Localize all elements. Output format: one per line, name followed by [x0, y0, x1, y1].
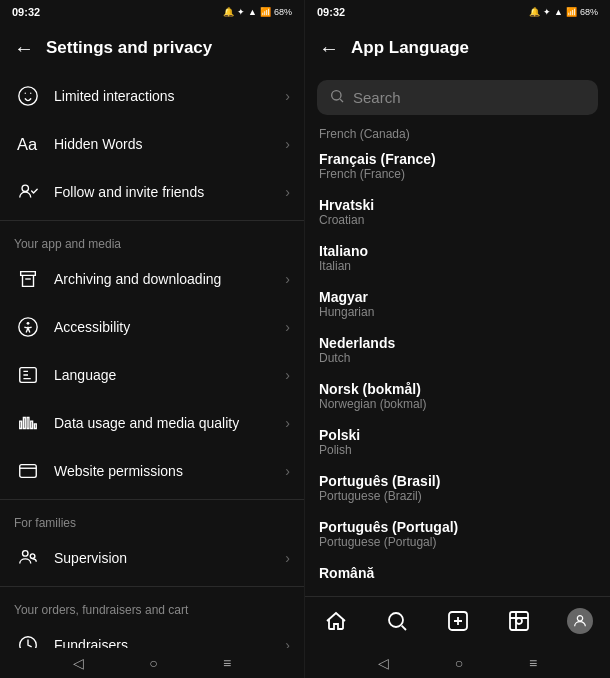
status-bar-right: 09:32 🔔✦▲📶68% — [305, 0, 610, 24]
svg-point-8 — [30, 554, 35, 559]
settings-item-supervision[interactable]: Supervision › — [0, 534, 304, 582]
settings-list: Limited interactions › Aa Hidden Words ›… — [0, 72, 304, 648]
lang-sub-5: Norwegian (bokmal) — [319, 397, 596, 411]
language-icon — [14, 361, 42, 389]
lang-sub-6: Polish — [319, 443, 596, 457]
settings-item-language[interactable]: Language › — [0, 351, 304, 399]
lang-sub-3: Hungarian — [319, 305, 596, 319]
nav-home[interactable] — [314, 599, 358, 643]
lang-sub-8: Portuguese (Portugal) — [319, 535, 596, 549]
language-list: French (Canada) Français (France) French… — [305, 123, 610, 596]
settings-item-fundraisers[interactable]: Fundraisers › — [0, 621, 304, 648]
profile-avatar — [567, 608, 593, 634]
android-back-right[interactable]: ◁ — [378, 655, 389, 671]
lang-sub-2: Italian — [319, 259, 596, 273]
lang-name-0: Français (France) — [319, 151, 596, 167]
lang-item-9[interactable]: Română — [305, 557, 610, 589]
android-menu-right[interactable]: ≡ — [529, 655, 537, 671]
back-button-right[interactable]: ← — [319, 37, 339, 60]
lang-name-2: Italiano — [319, 243, 596, 259]
section-label-families: For families — [0, 504, 304, 534]
svg-point-0 — [19, 87, 37, 105]
settings-item-website[interactable]: Website permissions › — [0, 447, 304, 495]
nav-add[interactable] — [436, 599, 480, 643]
lang-item-1[interactable]: Hrvatski Croatian — [305, 189, 610, 235]
android-home-left[interactable]: ○ — [149, 655, 157, 671]
search-bar[interactable]: Search — [317, 80, 598, 115]
svg-rect-14 — [510, 612, 528, 630]
chevron-archive: › — [285, 271, 290, 287]
lang-sub-4: Dutch — [319, 351, 596, 365]
nav-profile[interactable] — [558, 599, 602, 643]
status-bar-left: 09:32 🔔✦▲📶68% — [0, 0, 304, 24]
nav-search[interactable] — [375, 599, 419, 643]
lang-item-2[interactable]: Italiano Italian — [305, 235, 610, 281]
lang-sub-1: Croatian — [319, 213, 596, 227]
divider-1 — [0, 220, 304, 221]
settings-item-limited-interactions[interactable]: Limited interactions › — [0, 72, 304, 120]
accessibility-icon — [14, 313, 42, 341]
android-nav-right: ◁ ○ ≡ — [305, 648, 610, 678]
item-label-follow: Follow and invite friends — [54, 184, 285, 200]
lang-name-4: Nederlands — [319, 335, 596, 351]
chevron-supervision: › — [285, 550, 290, 566]
nav-reels[interactable] — [497, 599, 541, 643]
svg-point-16 — [577, 615, 582, 620]
lang-name-5: Norsk (bokmål) — [319, 381, 596, 397]
data-icon — [14, 409, 42, 437]
supervision-icon — [14, 544, 42, 572]
bottom-nav — [305, 596, 610, 648]
svg-point-2 — [22, 185, 28, 191]
settings-item-accessibility[interactable]: Accessibility › — [0, 303, 304, 351]
lang-name-1: Hrvatski — [319, 197, 596, 213]
settings-item-hidden-words[interactable]: Aa Hidden Words › — [0, 120, 304, 168]
right-panel: 09:32 🔔✦▲📶68% ← App Language Search Fren… — [305, 0, 610, 678]
time-left: 09:32 — [12, 6, 40, 18]
lang-item-0[interactable]: Français (France) French (France) — [305, 143, 610, 189]
lang-name-7: Português (Brasil) — [319, 473, 596, 489]
settings-item-follow[interactable]: Follow and invite friends › — [0, 168, 304, 216]
android-menu-left[interactable]: ≡ — [223, 655, 231, 671]
item-label-data: Data usage and media quality — [54, 415, 285, 431]
divider-2 — [0, 499, 304, 500]
section-label-orders: Your orders, fundraisers and cart — [0, 591, 304, 621]
chevron-language: › — [285, 367, 290, 383]
back-button-left[interactable]: ← — [14, 37, 34, 60]
lang-name-6: Polski — [319, 427, 596, 443]
chevron-follow: › — [285, 184, 290, 200]
lang-item-5[interactable]: Norsk (bokmål) Norwegian (bokmal) — [305, 373, 610, 419]
item-label-supervision: Supervision — [54, 550, 285, 566]
status-icons-right: 🔔✦▲📶68% — [529, 7, 598, 17]
item-label-accessibility: Accessibility — [54, 319, 285, 335]
lang-sub-0: French (France) — [319, 167, 596, 181]
svg-rect-6 — [20, 465, 37, 478]
website-icon — [14, 457, 42, 485]
chevron-data: › — [285, 415, 290, 431]
right-header: ← App Language — [305, 24, 610, 72]
divider-3 — [0, 586, 304, 587]
svg-point-4 — [27, 322, 30, 325]
lang-item-8[interactable]: Português (Portugal) Portuguese (Portuga… — [305, 511, 610, 557]
fundraisers-icon — [14, 631, 42, 648]
left-panel: 09:32 🔔✦▲📶68% ← Settings and privacy Lim… — [0, 0, 305, 678]
svg-point-7 — [23, 551, 29, 557]
svg-point-12 — [389, 613, 403, 627]
lang-item-6[interactable]: Polski Polish — [305, 419, 610, 465]
interactions-icon — [14, 82, 42, 110]
chevron-limited: › — [285, 88, 290, 104]
svg-point-15 — [516, 618, 522, 624]
android-back-left[interactable]: ◁ — [73, 655, 84, 671]
chevron-accessibility: › — [285, 319, 290, 335]
lang-item-4[interactable]: Nederlands Dutch — [305, 327, 610, 373]
lang-item-3[interactable]: Magyar Hungarian — [305, 281, 610, 327]
settings-item-data[interactable]: Data usage and media quality › — [0, 399, 304, 447]
archive-icon — [14, 265, 42, 293]
settings-item-archive[interactable]: Archiving and downloading › — [0, 255, 304, 303]
chevron-fundraisers: › — [285, 637, 290, 648]
lang-item-7[interactable]: Português (Brasil) Portuguese (Brazil) — [305, 465, 610, 511]
android-home-right[interactable]: ○ — [455, 655, 463, 671]
right-title: App Language — [351, 38, 469, 58]
item-label-limited: Limited interactions — [54, 88, 285, 104]
follow-icon — [14, 178, 42, 206]
left-header: ← Settings and privacy — [0, 24, 304, 72]
